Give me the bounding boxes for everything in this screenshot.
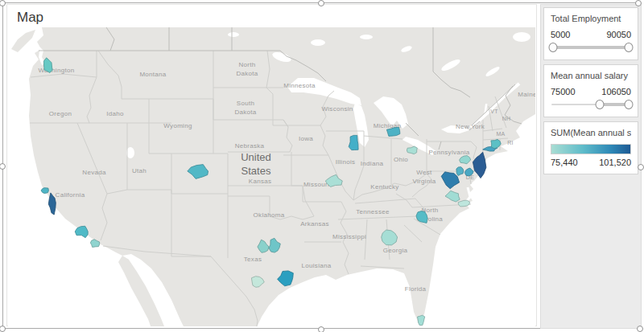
state-label: Louisiana — [302, 262, 332, 269]
country-label: States — [242, 165, 271, 177]
filter-card-total-employment: Total Employment 5000 90050 — [543, 7, 638, 60]
state-label: Kansas — [249, 178, 271, 185]
state-label: Texas — [244, 256, 262, 263]
color-legend-card: SUM(Mean annual sala... 75,440 101,520 — [543, 121, 638, 174]
state-label: Nevada — [82, 169, 106, 176]
resize-handle-mid-left[interactable] — [0, 163, 6, 170]
state-label: Pennsylvania — [428, 149, 469, 156]
map-card: Map — [6, 4, 537, 326]
state-label: California — [56, 191, 85, 199]
resize-handle-bottom-left[interactable] — [0, 326, 6, 332]
state-label: Mississippi — [332, 233, 366, 240]
state-label: Virginia — [413, 178, 436, 185]
state-label: Georgia — [383, 247, 408, 254]
filter-max-value: 106050 — [601, 87, 631, 96]
state-label: Dakota — [234, 109, 256, 116]
filter-max-value: 90050 — [606, 30, 631, 39]
metro-chicago[interactable] — [349, 135, 358, 150]
us-map[interactable]: WashingtonMontanaOregonIdahoWyomingNevad… — [8, 27, 535, 326]
mean-annual-salary-slider[interactable] — [551, 99, 631, 110]
legend-min-value: 75,440 — [551, 158, 578, 167]
filter-title: Total Employment — [551, 14, 631, 23]
state-label: South — [237, 100, 254, 107]
state-label: RI — [507, 140, 514, 146]
state-label: Wyoming — [163, 122, 192, 129]
resize-handle-top-mid[interactable] — [318, 0, 324, 6]
state-label: New York — [456, 123, 485, 130]
slider-thumb-low[interactable] — [596, 100, 605, 109]
state-label: Washington — [39, 67, 75, 74]
slider-thumb-high[interactable] — [625, 43, 634, 52]
map-title: Map — [17, 10, 43, 26]
resize-handle-bottom-mid[interactable] — [318, 326, 324, 332]
state-label: Idaho — [106, 110, 124, 117]
state-label: Missouri — [303, 181, 329, 188]
state-label: Indiana — [361, 160, 384, 167]
state-label: Dakota — [236, 70, 258, 77]
state-label: Nebraska — [235, 142, 265, 150]
state-label: Maine — [518, 91, 535, 98]
legend-gradient-bar — [551, 144, 631, 154]
filter-title: Mean annual salary — [551, 71, 631, 80]
state-label: Wisconsin — [321, 105, 353, 113]
state-label: Montana — [139, 71, 166, 78]
state-label: Tennessee — [356, 208, 390, 215]
slider-thumb-low[interactable] — [549, 43, 558, 52]
state-label: Kentucky — [370, 183, 398, 191]
country-label: United — [241, 151, 271, 163]
filter-min-value: 75000 — [551, 87, 576, 96]
metro-san-francisco[interactable] — [41, 188, 48, 194]
state-label: MA — [496, 131, 505, 137]
total-employment-slider[interactable] — [551, 42, 631, 53]
resize-handle-mid-right[interactable] — [638, 164, 644, 170]
filter-sidebar: Total Employment 5000 90050 Mean annual … — [540, 4, 642, 329]
state-label: NH — [502, 116, 511, 121]
state-label: Utah — [132, 167, 147, 174]
state-label: Ohio — [394, 156, 408, 163]
state-label: North — [238, 61, 255, 68]
state-label: Illinois — [336, 158, 356, 166]
state-label: Minnesota — [283, 82, 316, 89]
state-label: West — [416, 169, 432, 176]
filter-card-mean-annual-salary: Mean annual salary 75000 106050 — [543, 64, 638, 117]
state-label: Iowa — [299, 135, 313, 142]
filter-min-value: 5000 — [551, 30, 570, 39]
slider-active-range — [553, 46, 629, 49]
legend-max-value: 101,520 — [599, 158, 631, 167]
resize-handle-bottom-right[interactable] — [637, 326, 643, 332]
state-label: Arkansas — [300, 220, 329, 227]
resize-handle-top-left[interactable] — [0, 0, 6, 6]
legend-title: SUM(Mean annual sala... — [551, 128, 631, 137]
state-label: Florida — [405, 285, 427, 293]
state-label: VT — [490, 109, 498, 114]
state-label: Oklahoma — [254, 211, 285, 219]
slider-thumb-high[interactable] — [625, 100, 634, 109]
state-label: Oregon — [49, 110, 72, 117]
resize-handle-top-right[interactable] — [635, 0, 642, 6]
